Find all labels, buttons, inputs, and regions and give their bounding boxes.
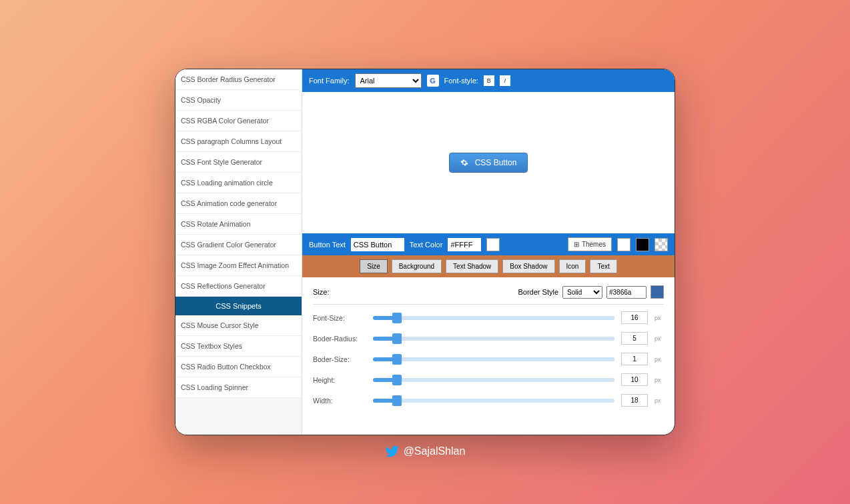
tab-text-shadow[interactable]: Text Shadow (446, 259, 498, 273)
sidebar-section-header: CSS Snippets (175, 297, 302, 315)
size-panel: Size: Border Style Solid Font-Size: px B… (302, 277, 675, 435)
slider-label: Font-Size: (313, 314, 366, 322)
sidebar-item[interactable]: CSS Reflections Generator (175, 276, 302, 297)
sidebar-item[interactable]: CSS Gradient Color Generator (175, 235, 302, 255)
mid-toolbar: Button Text Text Color ⊞ Themes (302, 233, 675, 255)
border-style-label: Border Style (518, 288, 558, 296)
slider-label: Width: (313, 397, 366, 405)
tab-icon[interactable]: Icon (559, 259, 586, 273)
panel-title: Size: (313, 288, 329, 296)
sidebar-item[interactable]: CSS Opacity (175, 90, 302, 111)
border-style-select[interactable]: Solid (562, 286, 602, 299)
sidebar-item[interactable]: CSS Border Radius Generator (175, 69, 302, 90)
slider-unit: px (655, 315, 664, 321)
border-color-swatch[interactable] (651, 285, 664, 299)
sidebar-item[interactable]: CSS paragraph Columns Layout (175, 131, 302, 152)
slider-unit: px (655, 397, 664, 404)
twitter-icon (385, 444, 400, 459)
slider-label: Boder-Size: (313, 355, 366, 363)
sidebar-item[interactable]: CSS Loading Spinner (175, 377, 302, 398)
slider-value-input[interactable] (621, 373, 648, 386)
sidebar-item[interactable]: CSS Font Style Generator (175, 152, 302, 173)
app-window: CSS Border Radius Generator CSS Opacity … (175, 69, 675, 435)
font-family-label: Font Family: (309, 77, 350, 85)
slider-row: Font-Size: px (313, 311, 664, 324)
tab-box-shadow[interactable]: Box Shadow (502, 259, 554, 273)
button-text-label: Button Text (309, 241, 346, 249)
slider-thumb[interactable] (392, 313, 402, 323)
slider-track[interactable] (373, 378, 614, 382)
slider-value-input[interactable] (621, 353, 648, 365)
slider-unit: px (655, 356, 664, 363)
slider-row: Boder-Size: px (313, 353, 664, 365)
font-family-select[interactable]: Arial (355, 73, 422, 88)
border-color-input[interactable] (606, 286, 647, 299)
text-color-input[interactable] (448, 238, 481, 251)
slider-row: Boder-Radius: px (313, 332, 664, 345)
slider-track[interactable] (373, 316, 614, 320)
slider-unit: px (655, 377, 664, 383)
slider-track[interactable] (373, 357, 614, 361)
italic-button[interactable]: I (500, 75, 510, 86)
slider-label: Height: (313, 376, 366, 384)
sidebar-item[interactable]: CSS Radio Button Checkbox (175, 357, 302, 377)
sidebar-item[interactable]: CSS Mouse Cursor Style (175, 315, 302, 336)
sidebar-item[interactable]: CSS Textbox Styles (175, 336, 302, 357)
slider-label: Boder-Radius: (313, 335, 366, 343)
font-style-label: Font-style: (444, 77, 478, 85)
sidebar-item[interactable]: CSS Loading animation circle (175, 173, 302, 193)
tab-size[interactable]: Size (360, 259, 387, 273)
slider-track[interactable] (373, 399, 614, 403)
sidebar-item[interactable]: CSS RGBA Color Generator (175, 111, 302, 131)
slider-track[interactable] (373, 337, 614, 341)
bold-button[interactable]: B (484, 75, 494, 86)
tab-background[interactable]: Background (392, 259, 442, 273)
grid-icon: ⊞ (574, 241, 579, 248)
slider-thumb[interactable] (392, 333, 402, 344)
button-text-input[interactable] (351, 238, 404, 251)
themes-button[interactable]: ⊞ Themes (568, 237, 612, 251)
slider-unit: px (655, 335, 664, 342)
google-fonts-icon[interactable]: G (427, 75, 439, 87)
top-toolbar: Font Family: Arial G Font-style: B I (302, 69, 675, 92)
theme-swatch-white[interactable] (617, 238, 630, 251)
preview-button[interactable]: CSS Button (449, 153, 528, 173)
slider-value-input[interactable] (621, 394, 648, 407)
text-color-label: Text Color (410, 241, 443, 249)
gear-icon (460, 159, 468, 167)
slider-value-input[interactable] (621, 311, 648, 324)
slider-thumb[interactable] (392, 395, 402, 406)
slider-row: Width: px (313, 394, 664, 407)
theme-swatch-transparent[interactable] (655, 238, 668, 251)
theme-swatch-black[interactable] (636, 238, 649, 251)
sidebar: CSS Border Radius Generator CSS Opacity … (175, 69, 302, 435)
sidebar-item[interactable]: CSS Animation code generator (175, 193, 302, 214)
slider-value-input[interactable] (621, 332, 648, 345)
sidebar-item[interactable]: CSS Rotate Animation (175, 214, 302, 235)
preview-area: CSS Button (302, 92, 675, 233)
slider-thumb[interactable] (392, 354, 402, 365)
tab-text[interactable]: Text (590, 259, 616, 273)
slider-row: Height: px (313, 373, 664, 386)
preview-button-label: CSS Button (475, 158, 517, 167)
tab-bar: Size Background Text Shadow Box Shadow I… (302, 255, 675, 277)
twitter-handle: @SajalShlan (385, 444, 466, 459)
sidebar-item[interactable]: CSS Image Zoom Effect Animation (175, 255, 302, 276)
main-panel: Font Family: Arial G Font-style: B I CSS… (302, 69, 675, 435)
text-color-swatch[interactable] (486, 238, 500, 251)
slider-thumb[interactable] (392, 375, 402, 385)
